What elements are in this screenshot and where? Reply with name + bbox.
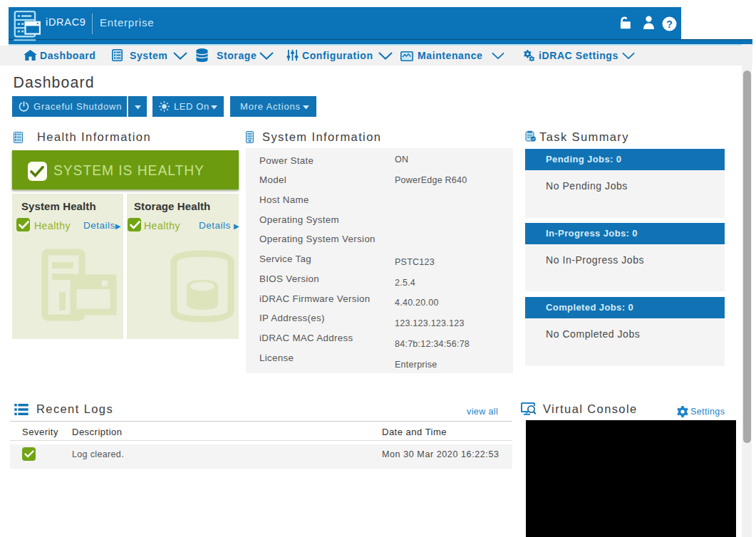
svg-text:?: ?	[666, 19, 673, 30]
